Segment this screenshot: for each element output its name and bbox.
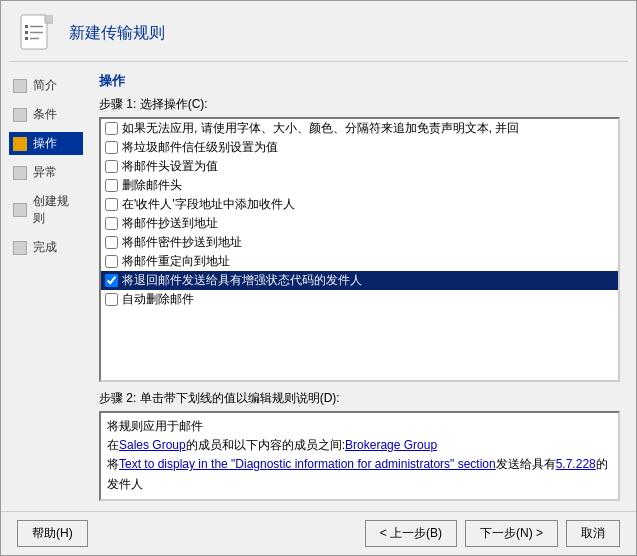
step2-link[interactable]: Sales Group <box>119 438 186 452</box>
footer: 帮助(H) < 上一步(B) 下一步(N) > 取消 <box>1 511 636 555</box>
step2-link[interactable]: Brokerage Group <box>345 438 437 452</box>
sidebar-icon-action <box>13 137 27 151</box>
sidebar-label-action: 操作 <box>33 135 57 152</box>
checkbox-input[interactable] <box>105 122 118 135</box>
content-area: 操作 步骤 1: 选择操作(C): 如果无法应用, 请使用字体、大小、颜色、分隔… <box>91 62 636 511</box>
svg-rect-4 <box>25 25 28 28</box>
checkbox-label: 将邮件密件抄送到地址 <box>122 234 242 251</box>
section-title: 操作 <box>99 72 620 90</box>
checkbox-input[interactable] <box>105 293 118 306</box>
checkbox-item[interactable]: 将邮件抄送到地址 <box>101 214 618 233</box>
checkbox-label: 将邮件重定向到地址 <box>122 253 230 270</box>
sidebar-icon-intro <box>13 79 27 93</box>
svg-rect-6 <box>25 37 28 40</box>
sidebar-item-create[interactable]: 创建规则 <box>9 190 83 230</box>
checkbox-input[interactable] <box>105 217 118 230</box>
checkbox-list[interactable]: 如果无法应用, 请使用字体、大小、颜色、分隔符来追加免责声明文本, 并回将垃圾邮… <box>99 117 620 382</box>
sidebar-label-finish: 完成 <box>33 239 57 256</box>
step2-section: 步骤 2: 单击带下划线的值以编辑规则说明(D): 将规则应用于邮件在Sales… <box>99 390 620 501</box>
sidebar-label-create: 创建规则 <box>33 193 79 227</box>
checkbox-input[interactable] <box>105 179 118 192</box>
step1-label: 步骤 1: 选择操作(C): <box>99 96 620 113</box>
step2-line: 在Sales Group的成员和以下内容的成员之间:Brokerage Grou… <box>107 436 612 455</box>
sidebar-item-exception[interactable]: 异常 <box>9 161 83 184</box>
dialog-icon <box>17 13 57 53</box>
sidebar-icon-exception <box>13 166 27 180</box>
checkbox-label: 将退回邮件发送给具有增强状态代码的发件人 <box>122 272 362 289</box>
sidebar-item-intro[interactable]: 简介 <box>9 74 83 97</box>
footer-right-buttons: < 上一步(B) 下一步(N) > 取消 <box>365 520 620 547</box>
checkbox-item[interactable]: 自动删除邮件 <box>101 290 618 309</box>
checkbox-item[interactable]: 如果无法应用, 请使用字体、大小、颜色、分隔符来追加免责声明文本, 并回 <box>101 119 618 138</box>
sidebar-label-intro: 简介 <box>33 77 57 94</box>
cancel-button[interactable]: 取消 <box>566 520 620 547</box>
step2-text: 将规则应用于邮件在Sales Group的成员和以下内容的成员之间:Broker… <box>99 411 620 501</box>
sidebar-icon-condition <box>13 108 27 122</box>
checkbox-label: 将邮件抄送到地址 <box>122 215 218 232</box>
checkbox-item[interactable]: 将邮件密件抄送到地址 <box>101 233 618 252</box>
checkbox-label: 将垃圾邮件信任级别设置为值 <box>122 139 278 156</box>
checkbox-label: 在'收件人'字段地址中添加收件人 <box>122 196 295 213</box>
sidebar-icon-create <box>13 203 27 217</box>
prev-button[interactable]: < 上一步(B) <box>365 520 457 547</box>
step2-label: 步骤 2: 单击带下划线的值以编辑规则说明(D): <box>99 390 620 407</box>
checkbox-label: 删除邮件头 <box>122 177 182 194</box>
step2-link[interactable]: 5.7.228 <box>556 457 596 471</box>
checkbox-label: 如果无法应用, 请使用字体、大小、颜色、分隔符来追加免责声明文本, 并回 <box>122 120 519 137</box>
svg-rect-1 <box>45 15 53 23</box>
checkbox-input[interactable] <box>105 141 118 154</box>
checkbox-input[interactable] <box>105 236 118 249</box>
step2-link[interactable]: Text to display in the "Diagnostic infor… <box>119 457 496 471</box>
svg-rect-5 <box>25 31 28 34</box>
checkbox-item[interactable]: 将邮件重定向到地址 <box>101 252 618 271</box>
step2-line: 将规则应用于邮件 <box>107 417 612 436</box>
checkbox-input[interactable] <box>105 198 118 211</box>
checkbox-item[interactable]: 删除邮件头 <box>101 176 618 195</box>
checkbox-item[interactable]: 在'收件人'字段地址中添加收件人 <box>101 195 618 214</box>
checkbox-input[interactable] <box>105 274 118 287</box>
checkbox-input[interactable] <box>105 255 118 268</box>
help-button[interactable]: 帮助(H) <box>17 520 88 547</box>
sidebar-item-finish[interactable]: 完成 <box>9 236 83 259</box>
checkbox-label: 将邮件头设置为值 <box>122 158 218 175</box>
sidebar-label-exception: 异常 <box>33 164 57 181</box>
sidebar-item-condition[interactable]: 条件 <box>9 103 83 126</box>
sidebar-label-condition: 条件 <box>33 106 57 123</box>
dialog-title: 新建传输规则 <box>69 23 165 44</box>
sidebar-icon-finish <box>13 241 27 255</box>
next-button[interactable]: 下一步(N) > <box>465 520 558 547</box>
checkbox-label: 自动删除邮件 <box>122 291 194 308</box>
checkbox-input[interactable] <box>105 160 118 173</box>
step2-line: 将Text to display in the "Diagnostic info… <box>107 455 612 493</box>
sidebar: 简介 条件 操作 异常 创建规则 完成 <box>1 62 91 511</box>
sidebar-item-action[interactable]: 操作 <box>9 132 83 155</box>
checkbox-item[interactable]: 将退回邮件发送给具有增强状态代码的发件人 <box>101 271 618 290</box>
checkbox-item[interactable]: 将垃圾邮件信任级别设置为值 <box>101 138 618 157</box>
checkbox-item[interactable]: 将邮件头设置为值 <box>101 157 618 176</box>
